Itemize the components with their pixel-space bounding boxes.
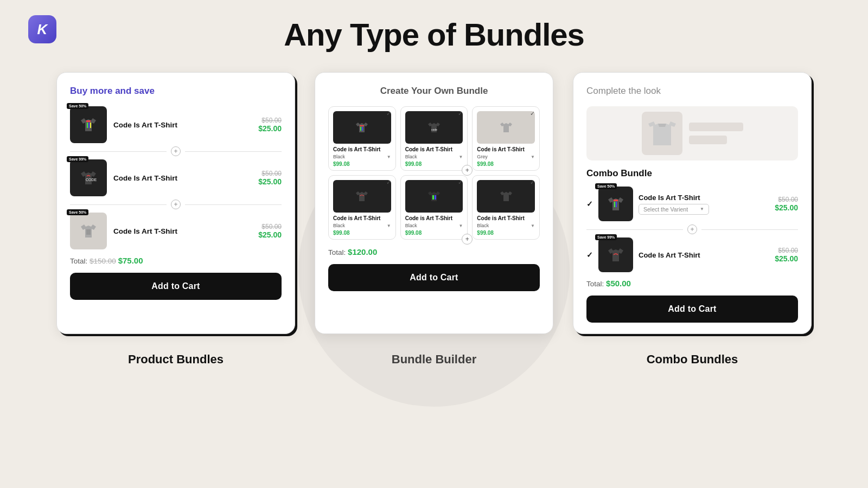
svg-rect-12 xyxy=(614,200,618,201)
grid-name-6: Code is Art T-Shirt xyxy=(477,215,535,221)
grid-color-arrow-1: ▼ xyxy=(387,155,391,159)
svg-rect-8 xyxy=(362,127,363,131)
bundle-item-2: Save 99% CODE Code Is Art T-Shirt $50.00… xyxy=(70,159,282,196)
grid-color-arrow-4: ▼ xyxy=(387,223,391,228)
add-to-cart-left[interactable]: Add to Cart xyxy=(70,273,282,300)
grid-name-5: Code is Art T-Shirt xyxy=(405,215,463,221)
grid-plus-btn-5[interactable]: + xyxy=(462,234,473,245)
save-badge-1: Save 50% xyxy=(67,103,88,109)
add-to-cart-middle[interactable]: Add to Cart xyxy=(328,264,540,291)
divider-plus-2: + xyxy=(70,200,282,209)
total-sale-middle: $120.00 xyxy=(348,247,377,256)
grid-item-1: ✓ Code is Art T-Shirt Black ▼ $99.08 xyxy=(328,106,396,171)
combo-bundles-section-title: Complete the look xyxy=(586,86,798,97)
total-row-right: Total: $50.00 xyxy=(586,279,798,288)
total-label-right: Total: xyxy=(586,280,604,288)
svg-rect-1 xyxy=(87,123,88,128)
grid-item-5: ✓ Code is Art T-Shirt Black ▼ $99.08 + xyxy=(400,175,468,240)
combo-name-2: Code Is Art T-Shirt xyxy=(639,251,769,259)
combo-bundles-card: Complete the look Combo Bundle ✓ Save 50… xyxy=(573,72,812,334)
grid-color-row-5: Black ▼ xyxy=(405,223,463,228)
grid-color-row-2: Black ▼ xyxy=(405,154,463,159)
logo: K xyxy=(28,15,56,43)
divider-line-1b xyxy=(185,151,282,152)
combo-original-1: $50.00 xyxy=(775,196,798,203)
grid-color-3: Grey xyxy=(477,154,488,159)
grid-tshirt-4 xyxy=(354,189,369,204)
bundle-builder-title: Create Your Own Bundle xyxy=(328,86,540,97)
grid-price-2: $99.08 xyxy=(405,161,463,167)
grid-color-6: Black xyxy=(477,223,489,228)
grid-thumb-5 xyxy=(405,180,463,213)
grid-color-row-6: Black ▼ xyxy=(477,223,535,228)
grid-thumb-2: code xyxy=(405,111,463,144)
grid-color-row-1: Black ▼ xyxy=(333,154,391,159)
svg-rect-2 xyxy=(88,123,90,128)
combo-check-2: ✓ xyxy=(586,251,593,259)
price-sale-2: $25.00 xyxy=(258,177,282,186)
grid-name-1: Code is Art T-Shirt xyxy=(333,146,391,152)
footer-label-left: Product Bundles xyxy=(56,352,295,367)
bundle-info-3: Code Is Art T-Shirt xyxy=(113,227,252,235)
grid-price-3: $99.08 xyxy=(477,161,535,167)
preview-line-1 xyxy=(689,123,743,131)
bundle-thumb-1: Save 50% xyxy=(70,106,107,143)
grid-item-4: ✓ Code is Art T-Shirt Black ▼ $99.08 xyxy=(328,175,396,240)
grid-color-row-3: Grey ▼ xyxy=(477,154,535,159)
bundle-item-3: Save 50% Code Is Art T-Shirt $50.00 $25.… xyxy=(70,213,282,249)
divider-line-2 xyxy=(70,204,167,205)
product-bundles-card: Buy more and save Save 50% Code Is Art T… xyxy=(56,72,295,334)
combo-preview-thumb xyxy=(642,112,682,155)
combo-plus-circle: + xyxy=(687,224,697,234)
grid-plus-btn-2[interactable]: + xyxy=(462,165,473,176)
cards-container: Buy more and save Save 50% Code Is Art T… xyxy=(0,72,868,334)
footer-label-right: Combo Bundles xyxy=(573,352,812,367)
grid-price-4: $99.08 xyxy=(333,230,391,236)
combo-name-1: Code Is Art T-Shirt xyxy=(639,194,769,202)
total-label-left: Total: xyxy=(70,257,87,265)
price-original-1: $50.00 xyxy=(258,117,282,124)
combo-tshirt-1 xyxy=(606,194,626,214)
product-bundles-title: Buy more and save xyxy=(70,86,282,97)
grid-color-5: Black xyxy=(405,223,417,228)
grid-color-2: Black xyxy=(405,154,417,159)
bundle-item-1: Save 50% Code Is Art T-Shirt $50.00 $25.… xyxy=(70,106,282,143)
grid-color-1: Black xyxy=(333,154,345,159)
grid-check-3: ✓ xyxy=(530,110,535,117)
combo-item-1: ✓ Save 50% Code Is Art T-Shirt Select th… xyxy=(586,187,798,221)
combo-original-2: $50.00 xyxy=(775,247,798,254)
select-variant-1[interactable]: Select the Varient ▼ xyxy=(639,204,709,215)
svg-text:CODE: CODE xyxy=(86,178,97,182)
bundle-name-2: Code Is Art T-Shirt xyxy=(113,174,252,182)
combo-sale-2: $25.00 xyxy=(775,254,798,263)
divider-line-1 xyxy=(70,151,167,152)
grid-tshirt-3 xyxy=(499,120,514,135)
total-row-left: Total: $150.00 $75.00 xyxy=(70,256,282,265)
grid-price-5: $99.08 xyxy=(405,230,463,236)
divider-plus-1: + xyxy=(70,146,282,156)
grid-check-1: ✓ xyxy=(386,110,391,117)
grid-item-3: ✓ Code is Art T-Shirt Grey ▼ $99.08 xyxy=(472,106,540,171)
combo-info-2: Code Is Art T-Shirt xyxy=(639,251,769,259)
svg-rect-0 xyxy=(86,120,91,122)
add-to-cart-right[interactable]: Add to Cart xyxy=(586,296,798,323)
svg-rect-6 xyxy=(360,125,364,126)
plus-circle-2: + xyxy=(171,200,181,209)
tshirt-icon-1 xyxy=(79,115,98,134)
svg-text:code: code xyxy=(431,128,437,131)
price-sale-3: $25.00 xyxy=(258,230,282,239)
divider-line-2b xyxy=(185,204,282,205)
svg-rect-5 xyxy=(86,229,91,235)
price-original-3: $50.00 xyxy=(258,223,282,230)
grid-tshirt-6 xyxy=(499,189,514,204)
bundle-prices-1: $50.00 $25.00 xyxy=(258,117,282,133)
bundle-thumb-3: Save 50% xyxy=(70,213,107,249)
grid-color-arrow-6: ▼ xyxy=(531,223,535,228)
grid-check-2: ✓ xyxy=(458,110,463,117)
plus-circle-1: + xyxy=(171,146,181,156)
combo-save-badge-2: Save 99% xyxy=(595,234,617,240)
bundle-prices-3: $50.00 $25.00 xyxy=(258,223,282,239)
svg-rect-14 xyxy=(616,202,617,207)
combo-sale-1: $25.00 xyxy=(775,203,798,212)
grid-name-3: Code is Art T-Shirt xyxy=(477,146,535,152)
